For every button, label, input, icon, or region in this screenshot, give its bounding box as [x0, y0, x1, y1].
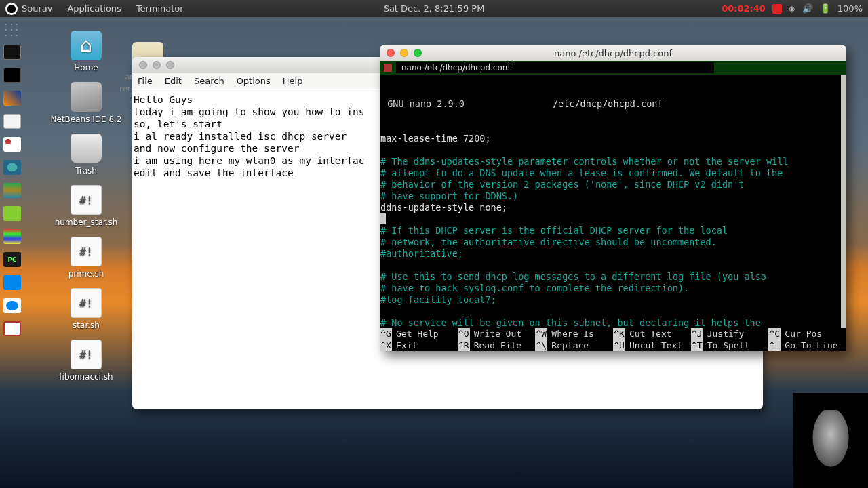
home-icon: [71, 30, 102, 60]
terminal-content[interactable]: GNU nano 2.9.0 /etc/dhcp/dhcpd.conf max-…: [380, 75, 846, 328]
key-label: Cut Text: [625, 328, 672, 340]
record-icon[interactable]: [772, 4, 782, 14]
nano-line: [380, 144, 840, 156]
dock-files-icon[interactable]: [3, 114, 21, 129]
desktop-icon-netbeans-ide-8-2[interactable]: NetBeans IDE 8.2: [49, 82, 123, 124]
window-close-icon[interactable]: [387, 49, 395, 57]
window-min-icon[interactable]: [400, 49, 408, 57]
volume-icon[interactable]: 🔊: [802, 3, 813, 14]
dock-kdenlive-icon[interactable]: [3, 275, 21, 290]
desktop-icon-fibonnacci-sh[interactable]: fibonnacci.sh: [49, 340, 123, 382]
key-label: Exit: [392, 340, 417, 351]
distro-icon[interactable]: [5, 3, 18, 15]
nano-key-uncut-text[interactable]: ^UUncut Text: [613, 340, 691, 351]
window-max-icon[interactable]: [414, 49, 422, 57]
nano-line: #authoritative;: [380, 248, 840, 260]
terminal-window[interactable]: nano /etc/dhcp/dhcpd.conf nano /etc/dhcp…: [380, 45, 846, 351]
desktop-icon-label: Home: [74, 63, 98, 73]
dock-software-icon[interactable]: [3, 137, 21, 152]
desktop-icon-prime-sh[interactable]: prime.sh: [49, 237, 123, 279]
record-timer: 00:02:40: [722, 3, 766, 14]
nano-key-replace[interactable]: ^\Replace: [535, 340, 613, 351]
dock-music-icon[interactable]: [3, 298, 21, 313]
sh-icon: [71, 185, 102, 215]
key-label: Uncut Text: [625, 340, 682, 351]
nano-line: [380, 260, 840, 271]
key-label: Read File: [470, 340, 521, 351]
nano-key-justify[interactable]: ^JJustify: [691, 328, 769, 340]
nano-keybar: ^GGet Help^OWrite Out^WWhere Is^KCut Tex…: [380, 328, 846, 351]
nano-line: ddns-update-style none;: [380, 202, 840, 214]
nano-line: # If this DHCP server is the official DH…: [380, 225, 840, 237]
desktop-icon-label: fibonnacci.sh: [59, 372, 113, 382]
nano-key-cur-pos[interactable]: ^CCur Pos: [768, 328, 846, 340]
desktop-icon-star-sh[interactable]: star.sh: [49, 288, 123, 330]
terminal-titlebar[interactable]: nano /etc/dhcp/dhcpd.conf: [380, 45, 846, 61]
terminator-menu[interactable]: Terminator: [136, 3, 184, 14]
dock-konsole-icon[interactable]: [3, 68, 21, 83]
menu-options[interactable]: Options: [237, 76, 271, 86]
desktop-icon-label: star.sh: [73, 321, 100, 330]
user-menu[interactable]: Sourav: [22, 3, 52, 14]
nano-key-get-help[interactable]: ^GGet Help: [380, 328, 458, 340]
dock-settings-icon[interactable]: [3, 160, 21, 175]
dock-terminal-icon[interactable]: [3, 45, 21, 60]
truncated-label: rec: [119, 84, 132, 94]
applications-menu[interactable]: Applications: [67, 3, 121, 14]
key-chord: ^T: [691, 340, 703, 351]
dock-firefox-icon[interactable]: [3, 91, 21, 106]
window-min-icon[interactable]: [153, 61, 161, 69]
nano-key-read-file[interactable]: ^RRead File: [458, 340, 536, 351]
battery-icon[interactable]: 🔋: [820, 3, 831, 14]
nano-line: # have to hack syslog.conf to complete t…: [380, 283, 840, 294]
nano-body: max-lease-time 7200; # The ddns-updates-…: [380, 133, 840, 328]
key-chord: ^W: [535, 328, 547, 340]
tab-icon: [384, 64, 392, 72]
dock-draw-icon[interactable]: [3, 321, 21, 336]
key-chord: ^C: [768, 328, 781, 340]
nano-key-cut-text[interactable]: ^KCut Text: [613, 328, 691, 340]
dock-pycharm-icon[interactable]: PC: [3, 252, 21, 267]
desktop-icon-home[interactable]: Home: [49, 30, 123, 73]
nano-line: [380, 306, 840, 317]
window-close-icon[interactable]: [139, 61, 147, 69]
key-label: To Spell: [703, 340, 750, 351]
nano-filepath: /etc/dhcp/dhcpd.conf: [553, 98, 663, 109]
top-panel: Sourav Applications Terminator Sat Dec. …: [0, 0, 868, 17]
tab-label: nano /etc/dhcp/dhcpd.conf: [396, 62, 714, 73]
dock-colors-icon[interactable]: [3, 229, 21, 244]
terminal-tab[interactable]: nano /etc/dhcp/dhcpd.conf: [380, 61, 846, 75]
menu-edit[interactable]: Edit: [165, 76, 182, 86]
key-label: Get Help: [392, 328, 439, 340]
key-chord: ^J: [691, 328, 703, 340]
sh-icon: [71, 340, 102, 369]
desktop-icon-trash[interactable]: Trash: [49, 134, 123, 176]
key-label: Go To Line: [781, 340, 837, 351]
key-label: Where Is: [547, 328, 594, 340]
nano-line: # have support for DDNS.): [380, 190, 840, 202]
key-label: Justify: [703, 328, 745, 340]
app-grid-icon[interactable]: [3, 22, 21, 37]
nano-key-to-spell[interactable]: ^TTo Spell: [691, 340, 769, 351]
dock-sysmon-icon[interactable]: [3, 183, 21, 198]
window-max-icon[interactable]: [166, 61, 174, 69]
nano-key-go-to-line[interactable]: ^_Go To Line: [768, 340, 846, 351]
sh-icon: [71, 288, 102, 318]
menu-file[interactable]: File: [138, 76, 153, 86]
key-label: Cur Pos: [781, 328, 822, 340]
nano-key-exit[interactable]: ^XExit: [380, 340, 458, 351]
menu-help[interactable]: Help: [283, 76, 303, 86]
dock-android-icon[interactable]: [3, 206, 21, 221]
trash-icon: [71, 134, 102, 163]
wifi-icon[interactable]: ◈: [789, 3, 795, 14]
menu-search[interactable]: Search: [194, 76, 224, 86]
nano-line: # attempt to do a DNS update when a leas…: [380, 167, 840, 179]
key-chord: ^X: [380, 340, 392, 351]
nano-key-where-is[interactable]: ^WWhere Is: [535, 328, 613, 340]
desktop-icons: HomeNetBeans IDE 8.2Trashnumber_star.shp…: [49, 30, 123, 391]
key-label: Replace: [547, 340, 589, 351]
desktop-icon-number-star-sh[interactable]: number_star.sh: [49, 185, 123, 227]
key-chord: ^G: [380, 328, 392, 340]
nano-key-write-out[interactable]: ^OWrite Out: [458, 328, 536, 340]
key-chord: ^U: [613, 340, 625, 351]
